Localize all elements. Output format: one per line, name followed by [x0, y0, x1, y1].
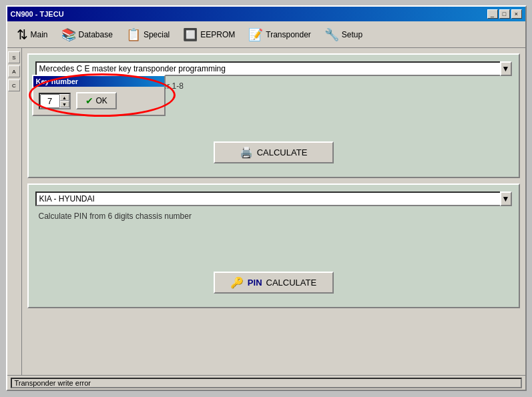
main-content: S A C Mercedes C E master key transponde…: [7, 48, 525, 390]
key-dialog-title: Key number: [33, 76, 164, 87]
eeprom-label: EEPROM: [200, 30, 235, 39]
kia-calculate-label: CALCULATE: [266, 278, 317, 288]
main-icon: ⇅: [17, 27, 28, 43]
left-btn-a[interactable]: A: [8, 65, 20, 77]
kia-calculate-button[interactable]: 🔑 PIN CALCULATE: [214, 272, 334, 294]
mercedes-dropdown[interactable]: Mercedes C E master key transponder prog…: [35, 61, 501, 76]
window-title: CN900 - TJECU: [11, 10, 64, 18]
transponder-label: Transponder: [266, 30, 311, 39]
ok-label: OK: [96, 96, 107, 105]
kia-dropdown-arrow[interactable]: ▼: [500, 191, 512, 206]
toolbar-transponder[interactable]: 📝 Transponder: [242, 24, 317, 45]
right-panel: Mercedes C E master key transponder prog…: [22, 48, 525, 390]
left-btn-c[interactable]: C: [8, 79, 20, 91]
key-number-spinner: ▲ ▼: [39, 93, 71, 109]
toolbar-eeprom[interactable]: 🔲 EEPROM: [177, 24, 241, 45]
close-button[interactable]: ×: [511, 9, 522, 19]
status-bar: Transponder write error: [7, 375, 525, 390]
eeprom-icon: 🔲: [183, 27, 198, 42]
title-bar: CN900 - TJECU _ □ ×: [7, 7, 525, 21]
toolbar: ⇅ Main 📚 Database 📋 Special 🔲 EEPROM 📝 T…: [7, 21, 525, 48]
calc-icon: 🖨️: [240, 146, 253, 159]
mercedes-dropdown-arrow[interactable]: ▼: [500, 61, 512, 76]
mercedes-dropdown-row: Mercedes C E master key transponder prog…: [35, 61, 512, 76]
key-number-dialog: Key number ▲ ▼ ✔ OK: [32, 75, 166, 116]
ok-button[interactable]: ✔ OK: [76, 92, 117, 109]
toolbar-special[interactable]: 📋 Special: [120, 24, 176, 45]
special-icon: 📋: [126, 27, 141, 42]
kia-section-inner: Calculate PIN from 6 digits chassis numb…: [35, 212, 512, 265]
setup-label: Setup: [342, 30, 362, 39]
main-window: CN900 - TJECU _ □ × ⇅ Main 📚 Database 📋 …: [6, 5, 527, 391]
spinner-down[interactable]: ▼: [60, 101, 69, 107]
kia-dropdown[interactable]: KIA - HYUNDAI: [35, 191, 501, 206]
kia-desc: Calculate PIN from 6 digits chassis numb…: [39, 212, 192, 221]
spinner-arrows: ▲ ▼: [60, 94, 69, 107]
setup-icon: 🔧: [324, 27, 339, 42]
database-label: Database: [79, 30, 113, 39]
mercedes-calculate-button[interactable]: 🖨️ CALCULATE: [214, 141, 334, 163]
section-kia: KIA - HYUNDAI ▼ Calculate PIN from 6 dig…: [27, 183, 520, 308]
section-mercedes: Mercedes C E master key transponder prog…: [27, 53, 520, 178]
key-number-input[interactable]: [40, 94, 60, 108]
toolbar-database[interactable]: 📚 Database: [55, 24, 119, 45]
key-dialog-content: ▲ ▼ ✔ OK: [37, 89, 160, 112]
left-btn-s[interactable]: S: [8, 51, 20, 63]
pin-label: PIN: [248, 278, 262, 288]
kia-dropdown-row: KIA - HYUNDAI ▼: [35, 191, 512, 206]
minimize-button[interactable]: _: [487, 9, 498, 19]
ok-checkmark-icon: ✔: [85, 95, 93, 106]
pin-calc-icon: 🔑: [230, 276, 244, 289]
title-bar-buttons: _ □ ×: [487, 9, 522, 19]
status-text: Transponder write error: [11, 378, 522, 388]
toolbar-setup[interactable]: 🔧 Setup: [318, 24, 368, 45]
main-label: Main: [31, 30, 48, 39]
database-icon: 📚: [61, 27, 76, 42]
toolbar-main[interactable]: ⇅ Main: [11, 24, 54, 45]
transponder-icon: 📝: [248, 27, 263, 42]
maximize-button[interactable]: □: [499, 9, 510, 19]
special-label: Special: [144, 30, 170, 39]
left-panel: S A C: [7, 48, 22, 390]
mercedes-calculate-label: CALCULATE: [257, 147, 308, 157]
spinner-up[interactable]: ▲: [60, 94, 69, 101]
